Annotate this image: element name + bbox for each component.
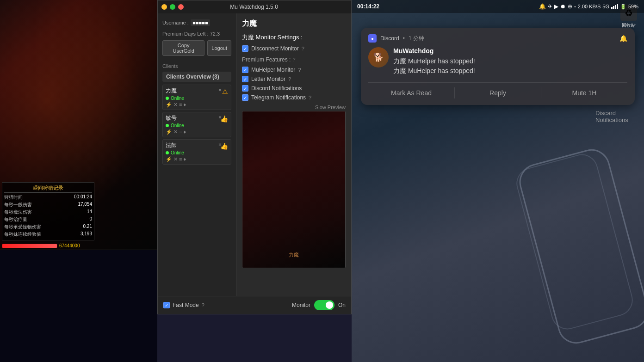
maximize-button[interactable] <box>170 4 175 10</box>
battery-percentage: 59% <box>628 4 638 9</box>
status-dot <box>166 124 169 127</box>
disconnect-monitor-checkbox[interactable] <box>242 45 248 52</box>
watchdog-body: Username : ■■■■■ Premium Days Left : 72.… <box>158 13 351 296</box>
monitor-toggle[interactable] <box>314 300 334 310</box>
client-item-fashi[interactable]: × 👍 法師 Online ⚡ ✕ ≡ ♦ <box>162 139 231 165</box>
hunt-row-label: 每秒妹连续经验值 <box>4 231 41 238</box>
notification-actions: Mark As Read Reply Mute 1H <box>368 82 627 98</box>
client-item-minhao[interactable]: × 👍 敏号 Online ⚡ ✕ ≡ ♦ <box>162 112 231 137</box>
notification-card: ● Discord • 1 分钟 🔔 🐕 MuWatchdog 力魔 MuHel… <box>361 28 635 105</box>
record-icon: ⏺ <box>560 3 566 10</box>
status-text: Online <box>171 96 184 101</box>
signal-bar-3 <box>615 5 616 9</box>
watchdog-settings-panel: 力魔 力魔 Monitor Settings : Disconnect Moni… <box>236 13 351 296</box>
logout-button[interactable]: Logout <box>207 40 231 56</box>
discord-notifications-checkbox[interactable] <box>242 85 248 92</box>
clients-overview-header[interactable]: Clients Overview (3) <box>162 72 231 82</box>
client-icons: ⚡ ✕ ≡ ♦ <box>166 129 228 135</box>
discord-icon-text: ● <box>371 36 374 41</box>
close-button[interactable] <box>178 4 184 10</box>
hunt-log-panel: 瞬间狩猎记录 狩猎时间 00:01:24 每秒一般伤害 17,054 每秒魔法伤… <box>2 182 94 240</box>
notif-message-line1: 力魔 MuHelper has stopped! <box>393 56 627 66</box>
client-icon-1[interactable]: ⚡ <box>166 129 172 135</box>
username-label: Username : <box>162 20 189 25</box>
fast-mode-help[interactable]: ? <box>202 302 204 308</box>
letter-monitor-help[interactable]: ? <box>288 76 291 82</box>
client-icon-3[interactable]: ≡ <box>179 156 182 162</box>
telegram-notifications-help[interactable]: ? <box>309 95 311 100</box>
mark-as-read-button[interactable]: Mark As Read <box>368 87 455 98</box>
window-title: Mu Watchdog 1.5.0 <box>230 4 278 10</box>
client-icon-4[interactable]: ♦ <box>183 129 186 135</box>
avatar-emoji: 🐕 <box>373 52 384 62</box>
client-icon-2[interactable]: ✕ <box>173 129 178 135</box>
muhelper-monitor-checkbox[interactable] <box>242 67 248 73</box>
premium-value: 72.3 <box>210 31 220 37</box>
client-status: Online <box>166 96 228 101</box>
notif-time: 1 分钟 <box>409 35 424 43</box>
hp-fill <box>2 244 57 248</box>
client-close-icon[interactable]: × <box>218 87 222 93</box>
warning-icon: ⚠ <box>222 88 228 95</box>
client-icon-1[interactable]: ⚡ <box>166 102 172 108</box>
disconnect-monitor-row: Disconnect Monitor ? <box>242 45 346 52</box>
copy-usergold-button[interactable]: Copy UserGold <box>162 40 204 56</box>
client-icon-2[interactable]: ✕ <box>173 102 178 108</box>
reply-button[interactable]: Reply <box>455 87 541 98</box>
fast-mode-checkbox[interactable] <box>163 302 170 308</box>
phone-curve-inner <box>513 151 636 333</box>
hunt-row-label: 每秒承受怪物伤害 <box>4 224 41 230</box>
android-status-bar: 00:14:22 🔔 ✈ ▶ ⏺ ⊕ • 2.00 KB/S 5G 🔋 59% <box>352 0 644 13</box>
preview-image: 力魔 <box>242 111 346 268</box>
hunt-row-val: 0 <box>89 216 92 223</box>
signal-bar-4 <box>617 4 618 9</box>
monitor-settings-title: 力魔 Monitor Settings : <box>242 33 346 42</box>
minimize-button[interactable] <box>161 4 167 10</box>
premium-label: Premium Days Left : <box>162 31 209 37</box>
telegram-notifications-row: Telegram Notifications ? <box>242 94 346 101</box>
notif-message-line2: 力魔 MuHelper has stopped! <box>393 66 627 76</box>
hunt-row-val: 0.21 <box>83 224 92 230</box>
client-icon-4[interactable]: ♦ <box>183 156 186 162</box>
notif-avatar: 🐕 <box>368 47 389 67</box>
disconnect-monitor-label: Disconnect Monitor <box>251 45 299 52</box>
phone-curve <box>515 145 644 348</box>
watchdog-bottom-bar: Fast Mode ? Monitor On <box>158 296 351 314</box>
muhelper-monitor-help[interactable]: ? <box>298 67 301 73</box>
disconnect-monitor-help[interactable]: ? <box>302 46 304 51</box>
client-icon-2[interactable]: ✕ <box>173 156 178 162</box>
notification-icon: 🔔 <box>539 3 546 10</box>
hunt-row-val: 17,054 <box>78 202 92 208</box>
signal-bar-1 <box>611 7 613 9</box>
client-icon-4[interactable]: ♦ <box>183 102 186 108</box>
hunt-log-row: 每秒一般伤害 17,054 <box>4 201 92 209</box>
client-icon-3[interactable]: ≡ <box>179 129 182 135</box>
username-row: Username : ■■■■■ <box>162 18 231 26</box>
mute-button[interactable]: Mute 1H <box>541 87 627 98</box>
freeze-window <box>0 250 157 362</box>
app-icon-2: ⊕ <box>568 3 572 10</box>
ok-icon: 👍 <box>220 142 228 150</box>
client-icon-1[interactable]: ⚡ <box>166 156 172 162</box>
status-text: Online <box>171 123 184 128</box>
notification-body: 🐕 MuWatchdog 力魔 MuHelper has stopped! 力魔… <box>368 47 627 76</box>
premium-days-row: Premium Days Left : 72.3 <box>162 31 231 37</box>
status-time: 00:14:22 <box>357 3 379 10</box>
telegram-notifications-checkbox[interactable] <box>242 94 248 101</box>
fast-mode-row: Fast Mode ? <box>163 302 204 308</box>
notif-app-name: Discord <box>380 35 399 42</box>
status-dot <box>166 97 169 100</box>
client-icon-3[interactable]: ≡ <box>179 102 182 108</box>
letter-monitor-checkbox[interactable] <box>242 76 248 82</box>
signal-bar-2 <box>613 6 614 9</box>
signal-type: 5G <box>602 4 609 9</box>
premium-features-help[interactable]: ? <box>292 57 295 62</box>
hunt-log-row: 每秒魔法伤害 14 <box>4 209 92 216</box>
hunt-row-label: 每秒魔法伤害 <box>4 209 32 215</box>
preview-area: Slow Preview 力魔 <box>242 104 346 268</box>
client-item-limo[interactable]: × ⚠ 力魔 Online ⚡ ✕ ≡ ♦ <box>162 85 231 110</box>
username-value: ■■■■■ <box>191 19 210 26</box>
monitor-on-text: On <box>338 302 346 308</box>
notif-bell-icon: 🔔 <box>619 35 627 42</box>
ok-icon: 👍 <box>220 115 228 123</box>
